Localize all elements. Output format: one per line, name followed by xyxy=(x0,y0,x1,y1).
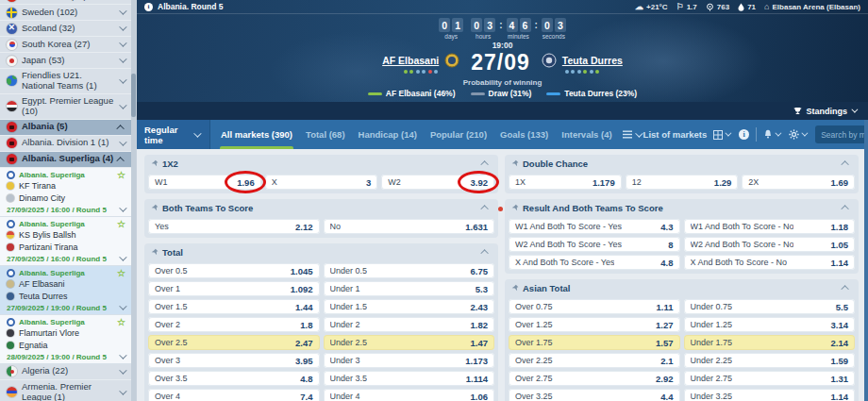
condition-stadium: ⌂Elbasan Arena (Elbasan) xyxy=(764,3,860,11)
odds-cell-over-3-5[interactable]: Over 3.54.8 xyxy=(148,371,320,386)
tab-intervals-4[interactable]: Intervals (4) xyxy=(555,120,618,149)
odds-cell-x-and-both-to-score-yes[interactable]: X And Both To Score - Yes4.8 xyxy=(509,255,680,270)
odds-row: Over 1.251.27Under 1.253.14 xyxy=(509,317,855,332)
sidebar-item-sweden-102[interactable]: Sweden (102) xyxy=(0,5,131,21)
market-header-total[interactable]: Total xyxy=(148,243,494,260)
standings-button[interactable]: Standings xyxy=(137,102,868,120)
odds-cell-x[interactable]: X3 xyxy=(265,175,378,190)
chevron-down-icon xyxy=(119,387,126,394)
odds-cell-under-1[interactable]: Under 15.3 xyxy=(324,281,495,296)
odds-cell-w2-and-both-to-score-yes[interactable]: W2 And Both To Score - Yes8 xyxy=(509,237,680,252)
odds-cell-yes[interactable]: Yes2.12 xyxy=(148,219,320,234)
pin-icon xyxy=(511,284,519,292)
sidebar-item-south-korea-27[interactable]: South Korea (27) xyxy=(0,37,131,53)
odds-cell-over-2[interactable]: Over 21.8 xyxy=(148,317,320,332)
odds-cell-under-1-5[interactable]: Under 1.52.43 xyxy=(324,299,495,314)
odds-cell-under-2[interactable]: Under 21.82 xyxy=(324,317,495,332)
odds-cell-over-0-75[interactable]: Over 0.751.11 xyxy=(509,299,680,314)
away-team-link[interactable]: Teuta Durres xyxy=(562,55,623,66)
odds-cell-w1-and-both-to-score-yes[interactable]: W1 And Both To Score - Yes4.3 xyxy=(509,219,680,234)
sidebar-item-albania-division-1-1[interactable]: Albania. Division 1 (1) xyxy=(0,136,131,152)
tab-total-68[interactable]: Total (68) xyxy=(299,120,352,149)
market-header-result-and-both-teams-to-score[interactable]: Result And Both Teams To Score xyxy=(509,199,855,216)
market-panel-1x2: 1X2W11.96X3W23.92 xyxy=(144,155,498,193)
odds-cell-over-3[interactable]: Over 33.95 xyxy=(148,353,320,368)
more-tabs-button[interactable] xyxy=(623,130,643,139)
tab-all-markets-390[interactable]: All markets (390) xyxy=(214,120,299,149)
grid-view-button[interactable] xyxy=(713,130,732,140)
league-name: Albania. Superliga xyxy=(19,171,85,179)
odds-cell-under-2-5[interactable]: Under 2.51.47 xyxy=(324,335,495,350)
sidebar-item-albania-5[interactable]: Albania (5) xyxy=(0,120,131,136)
sidebar-scrollbar-thumb[interactable] xyxy=(131,74,136,117)
flag-icon-albania xyxy=(7,138,17,148)
odds-cell-over-2-5[interactable]: Over 2.52.47 xyxy=(148,335,320,350)
tab-popular-210[interactable]: Popular (210) xyxy=(424,120,493,149)
sidebar-match-flamurtari-vlore[interactable]: Albania. Superliga☆Flamurtari VloreEgnat… xyxy=(0,315,131,364)
favorite-star-icon[interactable]: ☆ xyxy=(117,318,125,327)
match-league-row: Albania. Superliga☆ xyxy=(7,269,127,278)
odds-cell-under-3[interactable]: Under 31.173 xyxy=(324,353,495,368)
favorite-star-icon[interactable]: ☆ xyxy=(117,269,125,278)
odds-cell-over-1-25[interactable]: Over 1.251.27 xyxy=(509,317,680,332)
odds-cell-w1[interactable]: W11.96 xyxy=(148,175,261,190)
market-header-double-chance[interactable]: Double Chance xyxy=(509,155,855,172)
odds-cell-w1-and-both-to-score-no[interactable]: W1 And Both To Score - No1.18 xyxy=(684,219,856,234)
odds-cell-over-1-5[interactable]: Over 1.51.44 xyxy=(148,299,320,314)
odds-cell-under-0-75[interactable]: Under 0.755.5 xyxy=(684,299,856,314)
sidebar-match-ks-bylis-ballsh[interactable]: Albania. Superliga☆KS Bylis BallshPartiz… xyxy=(0,217,131,266)
humidity-drop-icon xyxy=(738,3,744,11)
favorite-star-icon[interactable]: ☆ xyxy=(117,220,125,229)
odds-cell-under-0-5[interactable]: Under 0.56.75 xyxy=(324,263,495,278)
odds-cell-under-2-75[interactable]: Under 2.751.31 xyxy=(684,371,856,386)
odds-cell-under-4[interactable]: Under 41.06 xyxy=(324,389,495,401)
odds-cell-over-3-25[interactable]: Over 3.254.4 xyxy=(509,389,680,401)
country-label: Scotland (32) xyxy=(22,24,114,34)
sidebar-item-scotland-32[interactable]: Scotland (32) xyxy=(0,21,131,37)
odds-cell-2x[interactable]: 2X1.69 xyxy=(742,175,855,190)
notifications-button[interactable] xyxy=(763,129,782,140)
odds-cell-under-2-25[interactable]: Under 2.251.59 xyxy=(684,353,856,368)
info-icon[interactable]: i xyxy=(144,3,153,11)
odds-cell-over-2-25[interactable]: Over 2.252.1 xyxy=(509,353,680,368)
sidebar-match-af-elbasani[interactable]: Albania. Superliga☆AF ElbasaniTeuta Durr… xyxy=(0,266,131,315)
tab-handicap-14[interactable]: Handicap (14) xyxy=(352,120,424,149)
time-filter-dropdown[interactable]: Regular time xyxy=(137,120,210,149)
sidebar-item-armenia-premier-league-1[interactable]: Armenia. Premier League (1) xyxy=(0,380,131,401)
sidebar-match-kf-tirana[interactable]: Albania. Superliga☆KF TiranaDinamo City2… xyxy=(0,168,131,217)
odds-cell-over-1[interactable]: Over 11.092 xyxy=(148,281,320,296)
sidebar-item-algeria-22[interactable]: Algeria (22) xyxy=(0,364,131,380)
tab-goals-133[interactable]: Goals (133) xyxy=(493,120,555,149)
sidebar-item-egypt-premier-league-10[interactable]: Egypt. Premier League (10) xyxy=(0,94,131,120)
home-team-link[interactable]: AF Elbasani xyxy=(382,55,439,66)
settings-button[interactable] xyxy=(789,129,809,140)
odds-cell-over-0-5[interactable]: Over 0.51.045 xyxy=(148,263,320,278)
market-header-asian-total[interactable]: Asian Total xyxy=(509,279,855,296)
odds-cell-under-3-5[interactable]: Under 3.51.114 xyxy=(324,371,495,386)
odds-cell-12[interactable]: 121.29 xyxy=(626,175,739,190)
market-header-both-teams-to-score[interactable]: Both Teams To Score xyxy=(148,199,494,216)
sidebar-item-albania-superliga-4[interactable]: Albania. Superliga (4) xyxy=(0,152,131,168)
market-header-1x2[interactable]: 1X2 xyxy=(148,155,494,172)
favorite-star-icon[interactable]: ☆ xyxy=(117,171,125,180)
odds-cell-x-and-both-to-score-no[interactable]: X And Both To Score - No1.14 xyxy=(684,255,856,270)
odds-cell-1x[interactable]: 1X1.179 xyxy=(509,175,622,190)
odds-cell-under-3-25[interactable]: Under 3.251.14 xyxy=(684,389,856,401)
odds-cell-over-1-75[interactable]: Over 1.751.57 xyxy=(509,335,680,350)
odds-cell-under-1-75[interactable]: Under 1.752.14 xyxy=(684,335,856,350)
sidebar-item-japan-53[interactable]: Japan (53) xyxy=(0,53,131,69)
search-input[interactable] xyxy=(821,130,868,140)
sidebar-item-friendlies-u21-national-teams-1[interactable]: Friendlies U21. National Teams (1) xyxy=(0,69,131,94)
odds-cell-over-2-75[interactable]: Over 2.752.92 xyxy=(509,371,680,386)
odds-cell-w2-and-both-to-score-no[interactable]: W2 And Both To Score - No1.05 xyxy=(684,237,856,252)
odds-cell-under-1-25[interactable]: Under 1.253.14 xyxy=(684,317,856,332)
odds-cell-over-4[interactable]: Over 47.4 xyxy=(148,389,320,401)
odds-cell-no[interactable]: No1.631 xyxy=(324,219,495,234)
divider xyxy=(756,127,757,142)
list-of-markets-button[interactable]: List of markets xyxy=(643,129,708,140)
sidebar-scrollbar[interactable] xyxy=(131,0,136,401)
match-league-row: Albania. Superliga☆ xyxy=(7,318,127,327)
content-scrollbar[interactable] xyxy=(864,120,868,401)
odds-cell-w2[interactable]: W23.92 xyxy=(381,175,494,190)
info-icon[interactable]: i xyxy=(739,129,749,140)
